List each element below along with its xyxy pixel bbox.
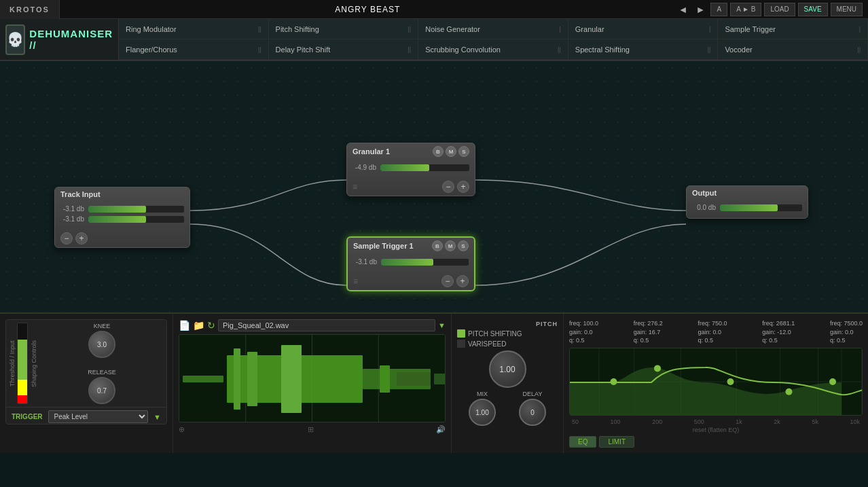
bottom-section: Threshold / Input Shaping Controls (0, 312, 868, 453)
wf-speaker-icon[interactable]: 🔊 (436, 425, 446, 434)
menu-icon-pitch: || (408, 26, 412, 33)
load-button[interactable]: LOAD (764, 3, 795, 16)
pitch-shifting-indicator[interactable] (457, 329, 465, 338)
plugin-menus: Ring Modulator || Pitch Shifting || Nois… (119, 19, 868, 60)
pitch-knob[interactable]: 1.00 (489, 350, 526, 388)
granular-b-button[interactable]: B (433, 146, 444, 157)
sample-trigger-controls: ≡ − + (348, 272, 474, 290)
menu-icon-vocoder: || (857, 46, 861, 53)
eq-dot-3 (786, 388, 793, 395)
knee-knob[interactable]: 3.0 (88, 331, 115, 358)
menu-icon-flanger: || (258, 46, 261, 53)
pitch-panel: PITCH PITCH SHIFTING VARISPEED 1.00 MIX … (452, 314, 564, 453)
granular-header: Granular 1 B M S (347, 143, 475, 160)
vu-meter (17, 323, 28, 404)
sample-drag-handle[interactable]: ≡ (353, 276, 358, 286)
sample-fader[interactable] (381, 259, 469, 266)
sample-plus-button[interactable]: + (456, 275, 469, 287)
trigger-select[interactable]: Peak Level (48, 410, 149, 423)
menu-delay-pitch[interactable]: Delay Pitch Shift || (269, 39, 419, 60)
mix-knob[interactable]: 1.00 (469, 399, 496, 426)
delay-label: DELAY (523, 391, 543, 397)
delay-knob[interactable]: 0 (519, 399, 546, 426)
mix-knob-group: MIX 1.00 (469, 391, 496, 426)
eq-band-4: freq: 7500.0 gain: 0.0 q: 0.5 (830, 319, 863, 345)
eq-panel: freq: 100.0 gain: 0.0 q: 0.5 freq: 276.2… (564, 314, 868, 453)
trigger-dropdown-icon: ▼ (153, 413, 161, 421)
wf-refresh-button[interactable]: ↻ (207, 320, 215, 331)
wf-new-button[interactable]: 📄 (179, 320, 190, 331)
wf-footer: ⊕ ⊞ 🔊 (179, 425, 446, 434)
eq-header: freq: 100.0 gain: 0.0 q: 0.5 freq: 276.2… (569, 319, 863, 345)
shaping-label: Shaping Controls (31, 323, 37, 404)
trigger-footer-label: TRIGGER (12, 413, 43, 420)
wf-open-button[interactable]: 📁 (193, 320, 204, 331)
track-input-pm-buttons: − + (60, 232, 88, 245)
plugin-logo-area: 💀 DEHUMANISER // (0, 19, 119, 60)
sample-trigger-header: Sample Trigger 1 B M S (348, 238, 474, 254)
menu-spectral[interactable]: Spectral Shifting || (568, 39, 719, 60)
wf-select-icon[interactable]: ⊞ (308, 425, 314, 434)
wf-filename-dropdown[interactable]: ▼ (438, 321, 446, 329)
release-knob[interactable]: 0.7 (88, 377, 115, 404)
eq-display[interactable] (569, 348, 863, 416)
skull-icon: 💀 (5, 24, 25, 55)
menu-ring-modulator[interactable]: Ring Modulator || (119, 19, 269, 39)
threshold-label: Threshold / Input (9, 323, 16, 404)
pitch-knob-row: 1.00 (457, 350, 558, 388)
menu-button[interactable]: MENU (831, 3, 863, 16)
song-title: ANGRY BEAST (60, 5, 676, 14)
svg-rect-13 (380, 365, 390, 393)
varispeed-toggle-row: VARISPEED (457, 340, 558, 348)
track-plus-button[interactable]: + (75, 232, 88, 245)
granular-minus-button[interactable]: − (442, 181, 454, 193)
granular-s-button[interactable]: S (458, 146, 469, 157)
nav-prev-button[interactable]: ◄ (676, 4, 691, 15)
svg-rect-8 (261, 359, 274, 399)
granular-m-button[interactable]: M (446, 146, 456, 157)
granular-controls: ≡ − + (347, 178, 475, 196)
ch2-fader[interactable] (88, 216, 184, 223)
release-section: RELEASE 0.7 (88, 369, 116, 404)
sample-b-button[interactable]: B (432, 240, 443, 251)
menu-noise-generator[interactable]: Noise Generator | (418, 19, 568, 39)
ab-button[interactable]: A ► B (730, 3, 761, 16)
granular-body: -4.9 db (347, 160, 475, 178)
granular-fader[interactable] (380, 164, 469, 171)
granular-drag-handle[interactable]: ≡ (352, 182, 357, 192)
menu-scrubbing[interactable]: Scrubbing Convolution || (418, 39, 568, 60)
granular-plus-button[interactable]: + (457, 181, 469, 193)
output-fader[interactable] (720, 204, 802, 211)
eq-dot-0 (611, 378, 617, 385)
trigger-footer: TRIGGER Peak Level ▼ (6, 407, 166, 426)
eq-button[interactable]: EQ (569, 436, 596, 448)
menu-icon-spectral: || (708, 46, 711, 53)
eq-reset-label[interactable]: reset (flatten EQ) (569, 427, 863, 433)
menu-granular[interactable]: Granular | (568, 19, 719, 39)
eq-band-2: freq: 750.0 gain: 0.0 q: 0.5 (698, 319, 727, 345)
limit-button[interactable]: LIMIT (599, 436, 634, 448)
save-button[interactable]: SAVE (798, 3, 828, 16)
svg-rect-9 (281, 345, 302, 413)
a-button[interactable]: A (710, 3, 727, 16)
waveform-svg (179, 335, 445, 422)
svg-rect-7 (247, 352, 257, 406)
nav-next-button[interactable]: ► (693, 4, 708, 15)
sample-minus-button[interactable]: − (441, 275, 454, 287)
granular-level: -4.9 db (352, 164, 469, 171)
sample-s-button[interactable]: S (458, 240, 469, 251)
varispeed-indicator[interactable] (457, 340, 465, 348)
knee-label: KNEE (94, 323, 111, 329)
menu-pitch-shifting[interactable]: Pitch Shifting || (269, 19, 419, 39)
menu-icon-ring: || (258, 26, 261, 33)
output-body: 0.0 db (687, 200, 808, 218)
waveform-display (179, 334, 446, 422)
trigger-controls-row: Threshold / Input Shaping Controls (6, 320, 166, 407)
menu-vocoder[interactable]: Vocoder || (718, 39, 868, 60)
track-minus-button[interactable]: − (60, 232, 73, 245)
wf-zoom-icon[interactable]: ⊕ (179, 425, 185, 434)
menu-flanger[interactable]: Flanger/Chorus || (119, 39, 269, 60)
menu-sample-trigger[interactable]: Sample Trigger | (718, 19, 868, 39)
ch1-fader[interactable] (88, 206, 184, 213)
sample-m-button[interactable]: M (445, 240, 456, 251)
